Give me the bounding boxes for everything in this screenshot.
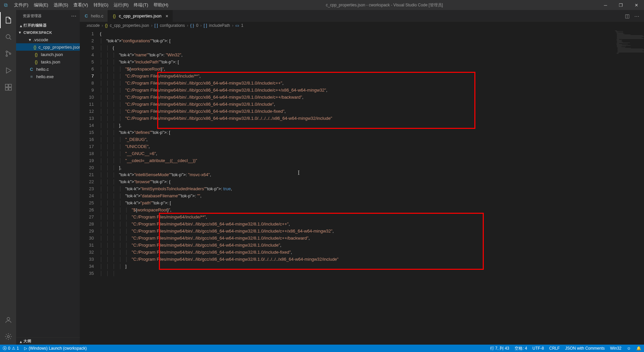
file-c-cpp-properties[interactable]: {} c_cpp_properties.json (16, 43, 80, 51)
tab-c-cpp-properties[interactable]: {} c_cpp_properties.json × (108, 10, 173, 22)
activity-settings[interactable] (0, 329, 16, 345)
code-editor[interactable]: 1234567891011121314151617181920212223242… (80, 29, 644, 345)
menu-help[interactable]: 帮助(H) (151, 1, 171, 9)
section-project[interactable]: ▾CWORKSPACK (16, 29, 80, 36)
status-eol[interactable]: CRLF (546, 346, 562, 351)
status-encoding[interactable]: UTF-8 (530, 346, 546, 351)
sidebar: 资源管理器 ⋯ ▸打开的编辑器 ▾CWORKSPACK ▾.vscode {} … (16, 10, 80, 345)
c-file-icon: C (84, 13, 89, 18)
json-icon: {} (34, 45, 37, 50)
target-icon: ▷ (24, 346, 27, 351)
window-title: c_cpp_properties.json - cworkspack - Vis… (171, 2, 598, 8)
minimize-button[interactable]: ─ (598, 0, 613, 10)
svg-point-1 (6, 51, 8, 53)
file-tasks-json[interactable]: {} tasks.json (16, 58, 80, 65)
status-config[interactable]: Win32 (607, 346, 624, 351)
sidebar-header: 资源管理器 ⋯ (16, 10, 80, 22)
activity-search[interactable] (0, 29, 16, 45)
svg-point-3 (9, 53, 11, 55)
line-number-gutter: 1234567891011121314151617181920212223242… (80, 29, 100, 345)
svg-point-9 (7, 336, 9, 338)
vscode-logo-icon: ⧉ (0, 2, 11, 8)
error-count-icon: ⓧ (3, 346, 7, 351)
activity-explorer[interactable] (0, 12, 16, 28)
maximize-button[interactable]: ❐ (613, 0, 629, 10)
menu-file[interactable]: 文件(F) (11, 1, 31, 9)
svg-rect-5 (9, 84, 11, 87)
json-icon: {} (34, 52, 39, 57)
svg-point-2 (6, 55, 8, 57)
editor-more-icon[interactable]: ⋯ (634, 13, 639, 19)
breadcrumb-file[interactable]: c_cpp_properties.json (110, 23, 149, 28)
svg-point-8 (7, 317, 10, 320)
status-spaces[interactable]: 空格: 4 (512, 346, 530, 351)
menu-run[interactable]: 运行(R) (111, 1, 131, 9)
status-problems[interactable]: ⓧ0 ⚠1 (0, 346, 21, 351)
tab-bar: C hello.c {} c_cpp_properties.json × ◫ ⋯ (80, 10, 644, 22)
activity-bar (0, 10, 16, 345)
editor-area: C hello.c {} c_cpp_properties.json × ◫ ⋯… (80, 10, 644, 345)
text-cursor-icon: I (298, 169, 300, 177)
file-hello-c[interactable]: C hello.c (16, 65, 80, 73)
c-file-icon: C (29, 67, 34, 72)
activity-extensions[interactable] (0, 79, 16, 95)
folder-vscode[interactable]: ▾.vscode (16, 36, 80, 43)
menu-terminal[interactable]: 终端(T) (131, 1, 151, 9)
json-icon: {} (34, 59, 39, 64)
file-launch-json[interactable]: {} launch.json (16, 51, 80, 58)
status-feedback-icon[interactable]: ☺ (624, 346, 634, 351)
breadcrumb[interactable]: .vscode› {} c_cpp_properties.json› [ ]co… (80, 22, 644, 29)
sidebar-title: 资源管理器 (23, 13, 42, 18)
file-hello-exe[interactable]: ≡ hello.exe (16, 73, 80, 80)
breadcrumb-folder[interactable]: .vscode (86, 23, 100, 28)
status-bell-icon[interactable]: 🔔 (634, 346, 644, 351)
status-line-col[interactable]: 行 7, 列 43 (487, 346, 512, 351)
menu-go[interactable]: 转到(G) (91, 1, 111, 9)
activity-account[interactable] (0, 312, 16, 328)
svg-point-0 (6, 35, 10, 39)
minimap[interactable] (612, 29, 644, 345)
status-launch-target[interactable]: ▷(Windows) Launch (cworkspack) (21, 346, 89, 351)
svg-rect-6 (5, 88, 8, 90)
activity-run-debug[interactable] (0, 62, 16, 79)
status-lang[interactable]: JSON with Comments (563, 346, 607, 351)
close-tab-icon[interactable]: × (166, 13, 168, 19)
svg-rect-7 (9, 88, 11, 90)
menu-edit[interactable]: 编辑(E) (31, 1, 51, 9)
tab-hello-c[interactable]: C hello.c (80, 10, 108, 22)
json-icon: {} (112, 13, 117, 18)
menu-bar: 文件(F) 编辑(E) 选择(S) 查看(V) 转到(G) 运行(R) 终端(T… (11, 1, 171, 9)
file-tree: ▾.vscode {} c_cpp_properties.json {} lau… (16, 36, 80, 80)
close-button[interactable]: ✕ (629, 0, 644, 10)
section-outline[interactable]: ▸大纲 (16, 337, 80, 345)
section-open-editors[interactable]: ▸打开的编辑器 (16, 22, 80, 29)
svg-rect-4 (5, 84, 8, 87)
activity-source-control[interactable] (0, 46, 16, 62)
warning-count-icon: ⚠ (12, 346, 15, 351)
binary-file-icon: ≡ (29, 74, 34, 79)
menu-select[interactable]: 选择(S) (51, 1, 71, 9)
json-icon: {} (105, 23, 108, 28)
menu-view[interactable]: 查看(V) (71, 1, 91, 9)
code-content[interactable]: {│ "tok-k">"configurations""tok-p">: [│ … (100, 29, 644, 345)
split-editor-icon[interactable]: ◫ (625, 13, 630, 19)
sidebar-more-icon[interactable]: ⋯ (71, 13, 76, 19)
title-bar: ⧉ 文件(F) 编辑(E) 选择(S) 查看(V) 转到(G) 运行(R) 终端… (0, 0, 644, 10)
status-bar: ⓧ0 ⚠1 ▷(Windows) Launch (cworkspack) 行 7… (0, 345, 644, 352)
